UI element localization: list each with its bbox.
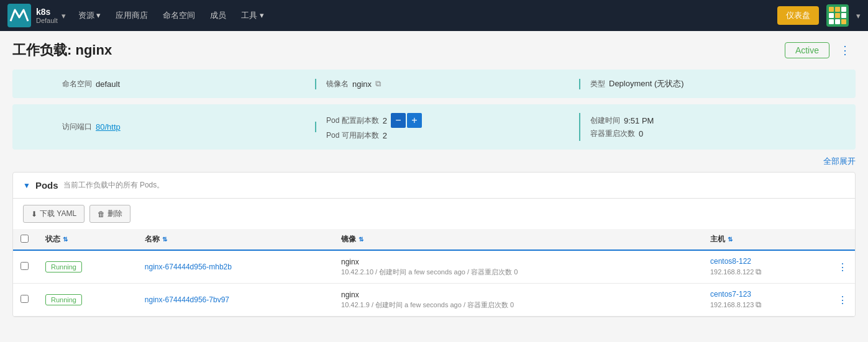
row2-image-cell: nginx 10.42.1.9 / 创建时间 a few seconds ago…	[334, 284, 703, 317]
table-row: Running nginx-674444d956-7bv97 nginx 10.…	[13, 284, 855, 317]
row2-name-link[interactable]: nginx-674444d956-7bv97	[145, 295, 229, 304]
grid-cell-5	[835, 13, 840, 18]
download-yaml-button[interactable]: ⬇ 下载 YAML	[23, 205, 85, 223]
nav-members[interactable]: 成员	[210, 10, 226, 21]
grid-cell-2	[835, 7, 840, 12]
row2-checkbox-cell	[13, 284, 38, 317]
name-col-header: 名称 ⇅	[137, 229, 334, 250]
grid-cell-9	[841, 19, 846, 24]
select-all-checkbox[interactable]	[21, 235, 29, 243]
logo[interactable]	[7, 4, 31, 27]
info-card-row2: 访问端口 80/http Pod 配置副本数 2 − + Pod 可用副本数 2	[12, 104, 856, 150]
nav-appstore[interactable]: 应用商店	[116, 10, 148, 21]
row2-more-button[interactable]: ⋮	[838, 295, 847, 305]
type-value: Deployment (无状态)	[609, 78, 684, 89]
row1-host-ip-value: 192.168.8.122	[710, 268, 754, 276]
workload-more-button[interactable]: ⋮	[834, 41, 856, 60]
creation-time-label: 创建时间	[590, 115, 620, 126]
table-head: 状态 ⇅ 名称 ⇅ 镜像 ⇅	[13, 229, 855, 250]
row1-host-name[interactable]: centos8-122	[710, 257, 823, 266]
row1-image-info: nginx 10.42.2.10 / 创建时间 a few seconds ag…	[341, 258, 695, 277]
host-col-header: 主机 ⇅	[703, 229, 830, 250]
select-all-col	[13, 229, 38, 250]
scale-down-button[interactable]: −	[391, 113, 406, 128]
collapse-icon[interactable]: ▼	[23, 181, 30, 190]
creation-time-value: 9:51 PM	[624, 116, 654, 125]
nav-items: 资源 ▾ 应用商店 命名空间 成员 工具 ▾	[78, 10, 777, 21]
row1-name-link[interactable]: nginx-674444d956-mhb2b	[145, 263, 232, 271]
name-sort[interactable]: 名称 ⇅	[145, 234, 326, 245]
status-sort-icon: ⇅	[63, 236, 68, 243]
row1-more-button[interactable]: ⋮	[838, 262, 847, 272]
row1-image-cell: nginx 10.42.2.10 / 创建时间 a few seconds ag…	[334, 250, 703, 284]
creation-time-row: 创建时间 9:51 PM	[590, 115, 654, 126]
topnav: k8s Default ▾ 资源 ▾ 应用商店 命名空间 成员 工具 ▾ 仪表盘…	[0, 0, 868, 31]
grid-cell-7	[829, 19, 834, 24]
host-sort[interactable]: 主机 ⇅	[710, 234, 823, 245]
image-copy-icon[interactable]: ⧉	[375, 79, 381, 89]
active-badge: Active	[785, 42, 829, 58]
nav-dropdown-icon[interactable]: ▾	[856, 11, 861, 20]
status-sort[interactable]: 状态 ⇅	[45, 234, 130, 245]
row2-status-badge: Running	[45, 294, 82, 305]
creation-cell: 创建时间 9:51 PM 容器重启次数 0	[580, 115, 843, 139]
row2-image-meta: 10.42.1.9 / 创建时间 a few seconds ago / 容器重…	[341, 300, 695, 310]
row1-host-info: centos8-122 192.168.8.122 ⧉	[710, 257, 823, 277]
image-sort[interactable]: 镜像 ⇅	[341, 234, 695, 245]
namespace-cell: 命名空间 default	[25, 79, 316, 89]
image-col-header: 镜像 ⇅	[334, 229, 703, 250]
row1-ip-copy-icon[interactable]: ⧉	[756, 267, 761, 276]
row1-host-ip: 192.168.8.122 ⧉	[710, 267, 823, 277]
row2-checkbox[interactable]	[21, 295, 29, 303]
expand-all: 全部展开	[12, 156, 856, 167]
port-value[interactable]: 80/http	[96, 122, 121, 132]
svg-rect-0	[7, 4, 31, 27]
pods-section: ▼ Pods 当前工作负载中的所有 Pods。 ⬇ 下载 YAML 🗑 删除	[12, 172, 856, 317]
grid-cell-1	[829, 7, 834, 12]
type-cell: 类型 Deployment (无状态)	[580, 78, 843, 89]
row2-host-name[interactable]: centos7-123	[710, 290, 823, 299]
row1-checkbox[interactable]	[21, 262, 29, 270]
dashboard-button[interactable]: 仪表盘	[777, 6, 819, 25]
status-col-header: 状态 ⇅	[38, 229, 137, 250]
delete-button[interactable]: 🗑 删除	[89, 205, 130, 223]
title-prefix: 工作负载:	[12, 42, 75, 58]
pod-available-value: 2	[383, 131, 387, 140]
row2-actions-cell: ⋮	[830, 284, 855, 317]
download-icon: ⬇	[31, 210, 37, 218]
image-label: 镜像名	[326, 79, 349, 89]
title-name: nginx	[75, 42, 112, 58]
row2-host-ip: 192.168.8.123 ⧉	[710, 300, 823, 310]
namespace-value: default	[96, 79, 120, 89]
creation-section: 创建时间 9:51 PM 容器重启次数 0	[590, 115, 654, 139]
row1-actions-cell: ⋮	[830, 250, 855, 284]
nav-namespace[interactable]: 命名空间	[163, 10, 195, 21]
row2-image-name: nginx	[341, 290, 695, 299]
expand-all-link[interactable]: 全部展开	[823, 156, 856, 166]
row2-host-info: centos7-123 192.168.8.123 ⧉	[710, 290, 823, 310]
image-col-label: 镜像	[341, 234, 356, 245]
pod-config-label: Pod 配置副本数	[326, 115, 379, 126]
pod-config-value: 2	[383, 116, 387, 125]
scale-up-button[interactable]: +	[407, 113, 422, 128]
nav-resource[interactable]: 资源 ▾	[78, 10, 101, 21]
cluster-info: k8s Default	[36, 7, 58, 24]
grid-menu-button[interactable]	[826, 4, 849, 27]
nav-tools[interactable]: 工具 ▾	[241, 10, 264, 21]
cluster-dropdown-icon[interactable]: ▾	[62, 11, 66, 20]
row1-status-badge: Running	[45, 261, 82, 272]
row2-name-cell: nginx-674444d956-7bv97	[137, 284, 334, 317]
page-header: 工作负载: nginx Active ⋮	[12, 41, 856, 60]
info-card-row1: 命名空间 default 镜像名 nginx ⧉ 类型 Deployment (…	[12, 70, 856, 98]
image-sort-icon: ⇅	[359, 236, 363, 243]
download-yaml-label: 下载 YAML	[40, 209, 76, 219]
namespace-label: 命名空间	[62, 79, 92, 89]
pod-replicas-cell: Pod 配置副本数 2 − + Pod 可用副本数 2	[316, 113, 580, 141]
nav-right: 仪表盘 ▾	[777, 4, 861, 27]
row2-ip-copy-icon[interactable]: ⧉	[756, 300, 761, 309]
row2-host-cell: centos7-123 192.168.8.123 ⧉	[703, 284, 830, 317]
grid-cell-4	[829, 13, 834, 18]
port-label: 访问端口	[62, 122, 92, 132]
grid-cell-6	[841, 13, 846, 18]
row1-name-cell: nginx-674444d956-mhb2b	[137, 250, 334, 284]
